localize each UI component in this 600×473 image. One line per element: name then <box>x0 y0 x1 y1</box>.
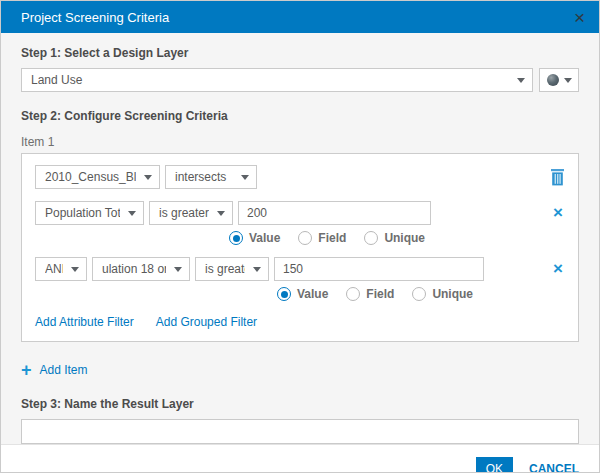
radio-selected-icon <box>229 231 243 245</box>
filter2-operator-select[interactable]: is greater than <box>195 257 269 281</box>
design-layer-row: Land Use <box>21 68 579 92</box>
filter1-mode-unique[interactable]: Unique <box>364 231 425 245</box>
filter2-mode-field[interactable]: Field <box>346 287 394 301</box>
trash-icon <box>550 169 565 186</box>
step1-label: Step 1: Select a Design Layer <box>21 46 579 60</box>
radio-label: Field <box>366 287 394 301</box>
radio-label: Unique <box>384 231 425 245</box>
spatial-operator-select[interactable]: intersects <box>165 165 257 189</box>
project-screening-criteria-dialog: Project Screening Criteria × Step 1: Sel… <box>0 0 600 473</box>
delete-item-button[interactable] <box>550 169 565 186</box>
criteria-layer-select-value: 2010_Census_Blocks <box>45 170 136 184</box>
dialog-header: Project Screening Criteria × <box>1 1 599 33</box>
dialog-body: Step 1: Select a Design Layer Land Use S… <box>1 33 599 444</box>
radio-label: Value <box>297 287 328 301</box>
add-filter-links: Add Attribute Filter Add Grouped Filter <box>35 315 565 329</box>
radio-label: Field <box>318 231 346 245</box>
filter2-value-input[interactable] <box>274 257 484 281</box>
filter2-conjunction-select[interactable]: AND <box>35 257 87 281</box>
filter1-operator-value: is greater than <box>159 206 209 220</box>
radio-label: Unique <box>432 287 473 301</box>
chevron-down-icon <box>241 175 249 180</box>
filter1-field-select[interactable]: Population Total <box>35 201 144 225</box>
close-icon[interactable]: × <box>574 8 585 27</box>
step3-label: Step 3: Name the Result Layer <box>21 397 579 411</box>
filter1-mode-value[interactable]: Value <box>229 231 280 245</box>
add-grouped-filter-link[interactable]: Add Grouped Filter <box>156 315 257 329</box>
filter2-mode-unique[interactable]: Unique <box>412 287 473 301</box>
add-item-button[interactable]: + Add Item <box>21 362 579 378</box>
chevron-down-icon <box>253 267 261 272</box>
chevron-down-icon <box>174 267 182 272</box>
filter2-field-value: ulation 18 or greater <box>102 262 166 276</box>
remove-filter1-icon[interactable]: × <box>551 205 565 221</box>
radio-icon <box>364 231 378 245</box>
chevron-down-icon <box>144 175 152 180</box>
cancel-button[interactable]: CANCEL <box>529 462 579 473</box>
plus-icon: + <box>21 362 32 378</box>
filter1-field-value: Population Total <box>45 206 120 220</box>
attribute-filter-row-1: Population Total is greater than × <box>35 201 565 225</box>
ok-button[interactable]: OK <box>476 457 513 473</box>
dialog-footer: OK CANCEL <box>1 444 599 473</box>
chevron-down-icon <box>71 267 79 272</box>
spatial-criteria-row: 2010_Census_Blocks intersects <box>35 165 565 189</box>
radio-icon <box>412 287 426 301</box>
design-layer-select[interactable]: Land Use <box>21 68 533 92</box>
dialog-title: Project Screening Criteria <box>21 10 574 25</box>
spatial-operator-value: intersects <box>175 170 233 184</box>
radio-label: Value <box>249 231 280 245</box>
chevron-down-icon <box>128 211 136 216</box>
globe-icon <box>547 74 559 86</box>
radio-icon <box>346 287 360 301</box>
filter1-mode-radios: Value Field Unique <box>35 231 565 245</box>
add-attribute-filter-link[interactable]: Add Attribute Filter <box>35 315 134 329</box>
chevron-down-icon <box>217 211 225 216</box>
filter1-mode-field[interactable]: Field <box>298 231 346 245</box>
radio-selected-icon <box>277 287 291 301</box>
chevron-down-icon <box>564 78 572 83</box>
filter2-operator-value: is greater than <box>205 262 245 276</box>
criteria-layer-select[interactable]: 2010_Census_Blocks <box>35 165 160 189</box>
filter2-mode-radios: Value Field Unique <box>35 287 565 301</box>
step2-label: Step 2: Configure Screening Criteria <box>21 109 579 123</box>
chevron-down-icon <box>517 78 525 83</box>
add-item-label: Add Item <box>40 363 88 377</box>
filter2-conjunction-value: AND <box>45 262 63 276</box>
design-layer-select-value: Land Use <box>31 73 509 87</box>
layer-source-button[interactable] <box>539 68 579 92</box>
criteria-item-panel: 2010_Census_Blocks intersects <box>21 153 579 342</box>
filter1-value-input[interactable] <box>238 201 431 225</box>
result-layer-name-input[interactable] <box>21 419 579 444</box>
filter1-operator-select[interactable]: is greater than <box>149 201 233 225</box>
attribute-filter-row-2: AND ulation 18 or greater is greater tha… <box>35 257 565 281</box>
filter2-mode-value[interactable]: Value <box>277 287 328 301</box>
filter2-field-select[interactable]: ulation 18 or greater <box>92 257 190 281</box>
remove-filter2-icon[interactable]: × <box>551 261 565 277</box>
radio-icon <box>298 231 312 245</box>
item-1-label: Item 1 <box>21 135 579 149</box>
